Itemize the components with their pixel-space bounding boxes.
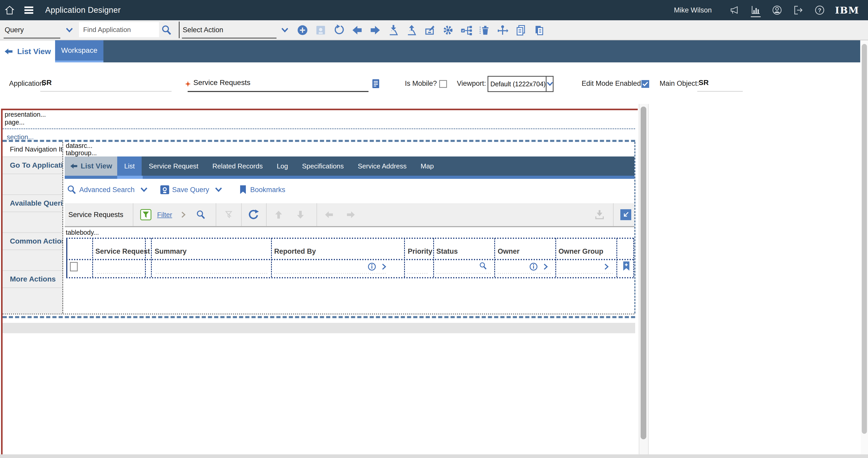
page-element[interactable]: page... xyxy=(5,119,24,126)
arrow-up-icon xyxy=(273,210,284,220)
column-header-owner[interactable]: Owner xyxy=(498,247,520,255)
bookmark-add-icon[interactable] xyxy=(622,261,630,271)
duplicate-button[interactable] xyxy=(515,24,527,36)
presentation-element[interactable]: presentation... xyxy=(5,111,46,118)
inner-tab-list[interactable]: List xyxy=(117,156,142,176)
query-chevron-icon[interactable] xyxy=(66,28,73,33)
design-canvas[interactable]: presentation... page... section... Find … xyxy=(1,109,638,456)
reported-by-detail-chevron-icon[interactable] xyxy=(382,263,386,270)
owner-group-detail-chevron-icon[interactable] xyxy=(604,263,609,270)
query-dropdown[interactable]: Query xyxy=(5,26,24,34)
viewport-label: Viewport: xyxy=(457,80,486,88)
inner-tab-service-address[interactable]: Service Address xyxy=(351,156,414,176)
save-query-chevron-icon[interactable] xyxy=(215,187,222,192)
header-right: Mike Wilson xyxy=(674,0,868,20)
advanced-search-link[interactable]: Advanced Search xyxy=(79,186,135,194)
download-icon xyxy=(594,209,605,220)
sidebar-item-more-actions[interactable]: More Actions xyxy=(3,270,62,287)
main-object-label: Main Object: xyxy=(659,80,699,88)
row-checkbox[interactable] xyxy=(70,262,78,271)
help-button[interactable]: ? xyxy=(809,0,830,20)
find-navigation-item[interactable]: Find Navigation Item xyxy=(3,142,62,156)
filter-expand-chevron-icon[interactable] xyxy=(181,211,186,218)
canvas-scrollbar-thumb[interactable] xyxy=(641,106,646,439)
main-object-value[interactable]: SR xyxy=(699,79,709,87)
advanced-search-chevron-icon[interactable] xyxy=(140,187,148,192)
export-button[interactable] xyxy=(406,24,417,36)
page-scrollbar-thumb[interactable] xyxy=(862,44,867,434)
home-button[interactable] xyxy=(0,0,19,20)
datasrc-element[interactable]: datasrc... xyxy=(66,142,93,149)
tab-list-view-back[interactable]: List View xyxy=(0,40,55,62)
design-table[interactable]: Service Request Summary Reported By Prio… xyxy=(66,238,634,278)
find-application-input[interactable] xyxy=(79,22,159,37)
collapse-table-button[interactable] xyxy=(620,209,631,220)
refresh-icon[interactable] xyxy=(248,209,259,220)
column-header-reported-by[interactable]: Reported By xyxy=(274,247,316,255)
measure-button[interactable] xyxy=(497,24,508,36)
chart-button[interactable] xyxy=(745,0,766,20)
column-header-owner-group[interactable]: Owner Group xyxy=(558,247,603,255)
settings-button[interactable] xyxy=(442,24,454,36)
application-value[interactable]: SR xyxy=(41,79,52,87)
import-button[interactable] xyxy=(388,24,399,36)
tab-workspace[interactable]: Workspace xyxy=(55,40,103,62)
column-header-status[interactable]: Status xyxy=(436,247,458,255)
owner-info-icon[interactable] xyxy=(529,263,538,271)
owner-detail-chevron-icon[interactable] xyxy=(544,263,548,270)
column-header-service-request[interactable]: Service Request xyxy=(95,247,150,255)
select-action-chevron-icon[interactable] xyxy=(281,28,288,33)
inner-tab-map[interactable]: Map xyxy=(414,156,441,176)
next-record-button[interactable] xyxy=(370,24,381,36)
save-query-icon[interactable] xyxy=(160,185,169,194)
sidebar-item-go-to-applications[interactable]: Go To Applications xyxy=(3,156,62,174)
tabgroup-element[interactable]: tabgroup... xyxy=(66,149,97,157)
status-search-icon[interactable] xyxy=(479,262,487,270)
bookmarks-link[interactable]: Bookmarks xyxy=(250,186,285,194)
workflow-button[interactable] xyxy=(461,24,472,36)
reported-by-info-icon[interactable] xyxy=(368,263,376,271)
previous-record-button[interactable] xyxy=(351,24,363,36)
table-search-icon[interactable] xyxy=(196,210,206,220)
user-name[interactable]: Mike Wilson xyxy=(674,6,712,14)
undo-button[interactable] xyxy=(333,24,345,36)
save-button[interactable] xyxy=(315,24,327,36)
viewport-select[interactable]: Default (1222x704) xyxy=(488,76,554,92)
tablebody-element[interactable]: tablebody... xyxy=(66,229,99,236)
edit-dialogs-button[interactable] xyxy=(424,24,436,36)
filter-green-icon[interactable] xyxy=(140,209,152,220)
filter-link[interactable]: Filter xyxy=(157,211,172,219)
column-divider xyxy=(271,238,272,277)
logout-button[interactable] xyxy=(788,0,809,20)
advanced-search-icon[interactable] xyxy=(67,185,77,195)
field-placeholder xyxy=(436,273,491,274)
sidebar-item-available-queries[interactable]: Available Queries xyxy=(3,194,62,212)
inner-tab-log[interactable]: Log xyxy=(270,156,295,176)
delete-button[interactable] xyxy=(479,24,490,36)
sidebar-item-common-actions[interactable]: Common Actions xyxy=(3,233,62,249)
announcement-button[interactable] xyxy=(724,0,745,20)
empty-section-placeholder[interactable] xyxy=(3,323,635,333)
page-scrollbar[interactable] xyxy=(861,40,868,458)
inner-tab-related-records[interactable]: Related Records xyxy=(205,156,270,176)
bookmark-icon[interactable] xyxy=(239,185,247,194)
canvas-scrollbar[interactable] xyxy=(639,104,649,456)
column-header-priority[interactable]: Priority xyxy=(408,247,432,255)
long-description-icon[interactable] xyxy=(372,79,379,88)
inner-tab-specifications[interactable]: Specifications xyxy=(295,156,350,176)
table-toolbar: Service Requests Filter xyxy=(65,203,634,227)
inner-tab-service-request[interactable]: Service Request xyxy=(142,156,205,176)
profile-button[interactable] xyxy=(766,0,788,20)
inner-list-view-back[interactable]: List View xyxy=(65,156,117,176)
find-search-icon[interactable] xyxy=(161,25,172,36)
tabgroup-region[interactable]: datasrc... tabgroup... List View List Se… xyxy=(63,142,636,313)
edit-mode-checkbox[interactable] xyxy=(641,80,649,88)
save-query-link[interactable]: Save Query xyxy=(172,186,209,194)
new-record-button[interactable] xyxy=(297,24,308,36)
description-value[interactable]: Service Requests xyxy=(193,79,250,87)
is-mobile-checkbox[interactable] xyxy=(439,80,447,88)
column-header-summary[interactable]: Summary xyxy=(155,247,187,255)
duplicate-filled-button[interactable] xyxy=(533,24,545,36)
select-action-dropdown[interactable]: Select Action xyxy=(183,26,223,34)
menu-button[interactable] xyxy=(19,0,38,20)
